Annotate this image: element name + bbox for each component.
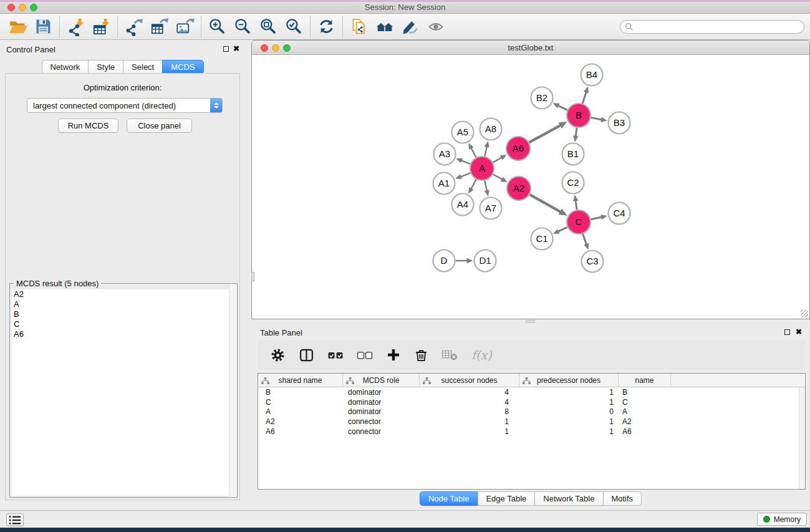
tab-node-table[interactable]: Node Table — [420, 491, 478, 506]
table-cell[interactable]: B — [258, 388, 343, 397]
search-input[interactable] — [634, 21, 804, 32]
graph-node-C2[interactable]: C2 — [562, 172, 584, 194]
graph-node-D1[interactable]: D1 — [475, 250, 496, 272]
result-item[interactable]: A — [11, 299, 236, 309]
graph-node-A1[interactable]: A1 — [433, 173, 455, 195]
network-window[interactable]: testGlobe.txt B4B2BB3B1A5A8A6A3AA1A2C2A4… — [251, 40, 810, 319]
graph-node-A[interactable]: A — [470, 157, 494, 180]
task-history-button[interactable] — [6, 513, 24, 526]
graph-node-A6[interactable]: A6 — [506, 137, 530, 160]
graph-edge-A2-C[interactable] — [529, 195, 561, 213]
graph-node-B2[interactable]: B2 — [531, 87, 553, 109]
table-cell[interactable]: A — [619, 407, 671, 416]
open-session-button[interactable] — [5, 15, 31, 39]
tab-select[interactable]: Select — [123, 60, 163, 74]
graph-node-A5[interactable]: A5 — [452, 122, 474, 143]
graph-node-B1[interactable]: B1 — [562, 143, 584, 165]
resize-grip-icon[interactable] — [801, 310, 808, 317]
tab-network[interactable]: Network — [41, 60, 89, 74]
graph-edge-A-A1[interactable] — [460, 173, 471, 177]
graph-edge-B-B2[interactable] — [557, 105, 567, 110]
graph-edge-A-A7[interactable] — [485, 181, 487, 192]
table-settings-button[interactable] — [270, 347, 286, 363]
graph-edge-B-B3[interactable] — [591, 118, 602, 120]
graph-node-A7[interactable]: A7 — [480, 198, 502, 220]
graph-node-C4[interactable]: C4 — [609, 203, 630, 225]
graph-edge-A-A5[interactable] — [471, 147, 476, 157]
network-graph[interactable]: B4B2BB3B1A5A8A6A3AA1A2C2A4A7C4CC1C3DD1 — [253, 56, 809, 319]
horizontal-splitter-handle-icon[interactable] — [526, 320, 535, 323]
network-window-titlebar[interactable]: testGlobe.txt — [252, 41, 809, 55]
network-close-button[interactable] — [261, 44, 268, 52]
run-mcds-button[interactable]: Run MCDS — [58, 118, 118, 133]
graph-node-A4[interactable]: A4 — [452, 194, 474, 216]
table-cell[interactable]: A6 — [258, 427, 343, 436]
graph-edge-A6-B[interactable] — [529, 125, 561, 142]
result-list-scrollbar[interactable] — [229, 284, 237, 497]
tab-edge-table[interactable]: Edge Table — [477, 491, 535, 506]
memory-button[interactable]: Memory — [757, 513, 807, 526]
criterion-dropdown[interactable]: largest connected component (directed) — [27, 98, 223, 113]
table-cell[interactable]: A2 — [258, 417, 343, 426]
table-cell[interactable]: 0 — [519, 407, 619, 416]
table-cell[interactable]: dominator — [343, 388, 420, 397]
export-network-button[interactable] — [121, 15, 147, 39]
tab-mcds[interactable]: MCDS — [162, 60, 203, 74]
graph-node-B3[interactable]: B3 — [609, 112, 630, 134]
splitter-handle-icon[interactable] — [251, 272, 254, 281]
function-builder-button[interactable]: f(x) — [471, 348, 492, 362]
graph-node-A2[interactable]: A2 — [507, 177, 531, 200]
table-cell[interactable]: 1 — [519, 417, 619, 426]
graph-edge-A-A2[interactable] — [493, 175, 503, 180]
graph-node-D[interactable]: D — [433, 250, 455, 272]
zoom-out-button[interactable] — [230, 15, 256, 39]
mcds-result-list[interactable]: A2ABCA6 — [11, 289, 236, 496]
float-panel-icon[interactable] — [784, 329, 790, 335]
eye-button[interactable] — [423, 15, 448, 39]
table-cell[interactable]: 1 — [420, 417, 519, 426]
result-item[interactable]: A2 — [11, 289, 236, 299]
minimize-window-button[interactable] — [19, 4, 26, 11]
close-panel-button[interactable]: Close panel — [127, 118, 192, 133]
graph-node-C3[interactable]: C3 — [582, 251, 604, 273]
network-maximize-button[interactable] — [283, 44, 291, 52]
table-cell[interactable]: 8 — [420, 407, 519, 416]
table-cell[interactable]: C — [258, 398, 343, 407]
deselect-all-button[interactable] — [357, 347, 373, 363]
table-cell[interactable]: B — [619, 388, 671, 397]
table-cell[interactable]: 4 — [420, 398, 519, 407]
dropdown-stepper-icon[interactable] — [210, 99, 222, 112]
graph-edge-C-C3[interactable] — [583, 234, 587, 245]
table-cell[interactable]: 1 — [420, 427, 519, 436]
column-header-successor-nodes[interactable]: successor nodes — [420, 374, 519, 387]
export-image-button[interactable] — [172, 15, 198, 39]
tab-style[interactable]: Style — [88, 60, 123, 74]
graph-node-C[interactable]: C — [567, 210, 591, 234]
table-row[interactable]: A6connector11A6 — [258, 427, 805, 437]
show-columns-button[interactable] — [299, 347, 314, 363]
graph-edge-A-A8[interactable] — [485, 146, 487, 157]
import-network-button[interactable] — [63, 15, 89, 39]
graph-edge-A-A3[interactable] — [461, 160, 471, 164]
save-session-button[interactable] — [31, 15, 56, 39]
maximize-window-button[interactable] — [30, 4, 37, 11]
tab-motifs[interactable]: Motifs — [602, 491, 642, 506]
graph-edge-C-C1[interactable] — [557, 227, 567, 231]
network-canvas[interactable]: B4B2BB3B1A5A8A6A3AA1A2C2A4A7C4CC1C3DD1 — [253, 56, 809, 318]
graph-node-A3[interactable]: A3 — [434, 143, 456, 165]
column-header-mcds-role[interactable]: MCDS role — [343, 374, 420, 387]
table-cell[interactable]: dominator — [343, 407, 420, 416]
graph-node-A8[interactable]: A8 — [480, 118, 502, 140]
delete-table-button[interactable] — [441, 347, 458, 362]
refresh-button[interactable] — [314, 15, 339, 39]
graph-edge-B-B4[interactable] — [582, 91, 586, 104]
search-box[interactable] — [620, 20, 804, 34]
column-header-name[interactable]: name — [619, 374, 671, 387]
import-table-button[interactable] — [89, 15, 114, 39]
result-item[interactable]: C — [11, 319, 236, 329]
network-minimize-button[interactable] — [272, 44, 279, 52]
app-titlebar[interactable]: Session: New Session — [0, 0, 810, 14]
table-cell[interactable]: connector — [343, 417, 420, 426]
table-cell[interactable]: 4 — [420, 388, 519, 397]
graph-edge-C-C4[interactable] — [591, 217, 603, 220]
